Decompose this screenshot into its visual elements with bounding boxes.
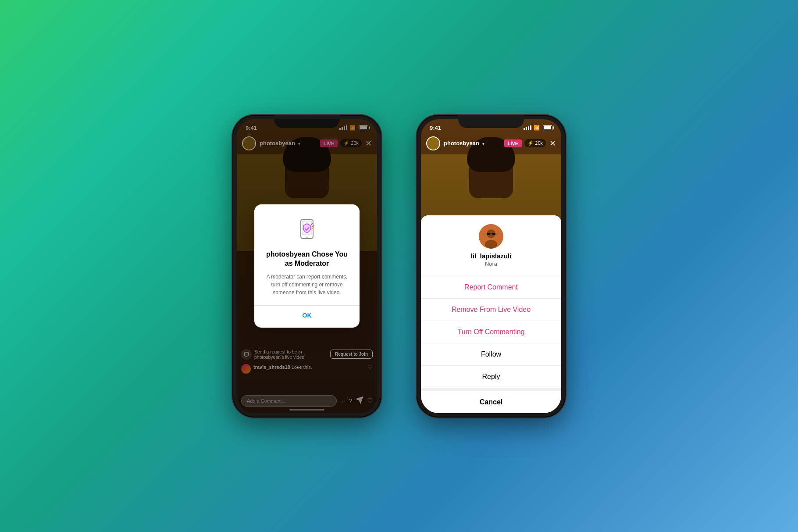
modal-card-phone1: photosbyean Chose You as Moderator A mod… [254,204,360,328]
action-item-0-phone2[interactable]: Report Comment [421,276,561,299]
svg-rect-14 [487,233,490,235]
viewers-badge-phone2: ⚡ 20k [524,139,546,147]
action-username-phone2: lil_lapislazuli [430,252,552,260]
ig-avatar-inner-phone2 [427,137,439,150]
svg-rect-15 [492,233,495,235]
action-item-3-phone2[interactable]: Follow [421,343,561,366]
battery-icon-phone2 [543,125,552,130]
action-item-2-phone2[interactable]: Turn Off Commenting [421,321,561,343]
phone-2: 9:41 📶 [417,115,566,418]
ig-avatar-phone2 [426,136,440,150]
status-bar-phone2: 9:41 📶 [421,119,561,134]
signal-bar-2-p2 [526,127,527,130]
modal-title-phone1: photosbyean Chose You as Moderator [263,250,351,268]
action-sheet-phone2: lil_lapislazuli Nora Report Comment Remo… [421,215,561,413]
modal-divider-phone1 [254,305,360,306]
home-indicator-phone1 [289,409,324,411]
signal-bar-4-p2 [530,125,531,130]
phone-1: 9:41 📶 [232,115,381,418]
moderator-icon [294,217,320,243]
modal-overlay-phone1: photosbyean Chose You as Moderator A mod… [237,119,377,413]
phone-1-screen: 9:41 📶 [237,119,377,413]
status-time-phone2: 9:41 [430,125,441,131]
action-sheet-card-phone2: lil_lapislazuli Nora Report Comment Remo… [421,215,561,388]
action-item-label-4-phone2: Reply [482,373,500,380]
phones-container: 9:41 📶 [232,115,566,418]
action-sheet-profile-phone2: lil_lapislazuli Nora [421,215,561,276]
svg-point-13 [485,240,497,249]
signal-bars-phone2 [524,125,531,130]
live-badge-phone2: LIVE [504,139,522,147]
action-item-label-0-phone2: Report Comment [464,283,518,291]
phone-2-screen: 9:41 📶 [421,119,561,413]
modal-ok-button[interactable]: OK [263,312,351,319]
action-avatar-phone2 [479,224,503,249]
modal-description-phone1: A moderator can report comments, turn of… [263,273,351,296]
home-indicator-phone2 [474,409,509,411]
caret-icon-phone2: ▾ [482,142,484,146]
status-icons-phone2: 📶 [524,125,552,131]
ig-username-phone2: photosbyean ▾ [444,140,501,146]
action-subname-phone2: Nora [430,261,552,267]
action-item-label-2-phone2: Turn Off Commenting [458,328,525,336]
battery-fill-phone2 [544,126,551,129]
action-item-4-phone2[interactable]: Reply [421,366,561,388]
ig-header-phone2: photosbyean ▾ LIVE ⚡ 20k ✕ [421,134,561,153]
close-button-phone2[interactable]: ✕ [549,139,556,148]
wifi-icon-phone2: 📶 [534,125,540,131]
action-item-label-1-phone2: Remove From Live Video [452,306,531,313]
svg-point-7 [306,236,308,238]
svg-line-9 [312,226,314,226]
signal-bar-3-p2 [528,126,529,130]
signal-bar-1-p2 [524,128,525,130]
action-item-label-3-phone2: Follow [481,350,501,358]
action-item-1-phone2[interactable]: Remove From Live Video [421,299,561,321]
